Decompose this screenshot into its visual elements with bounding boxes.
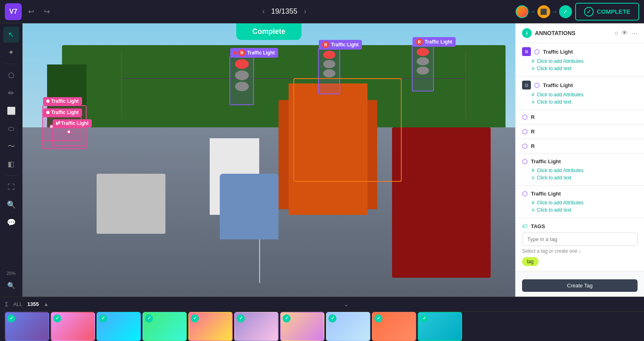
tl2-red	[323, 51, 336, 59]
expand-strip-button[interactable]: ⌄	[344, 301, 349, 308]
comment-tool[interactable]: 💬	[3, 214, 19, 231]
orange-box[interactable]	[293, 78, 402, 182]
total-count: 1355	[27, 301, 39, 307]
existing-tag[interactable]: tag	[522, 257, 539, 266]
auto-annotate-tool[interactable]: ✦	[3, 44, 19, 60]
complete-banner: Complete	[236, 23, 301, 40]
annotation-item-2[interactable]: ⊡ ⬡ Traffic Light # Click to add Attribu…	[516, 77, 644, 110]
annotation-item-7[interactable]: ⬡ Traffic Light # Click to add Attribute…	[516, 186, 644, 218]
annotation-class-icon-6: ⬡	[522, 158, 528, 165]
zoom-in-tool[interactable]: 🔍	[3, 277, 19, 293]
label-dot-5	[46, 111, 50, 114]
more-options-button[interactable]: ⋯	[631, 29, 638, 37]
add-text-1[interactable]: ≡ Click to add text	[522, 65, 638, 72]
annotations-label: ANNOTATIONS	[535, 30, 611, 36]
add-text-6[interactable]: ≡ Click to add text	[522, 174, 638, 181]
type-icon-2: ⊡	[522, 81, 531, 89]
thumbnail-9[interactable]: ✓	[372, 312, 416, 341]
tag-input[interactable]	[522, 233, 638, 246]
add-attributes-6[interactable]: # Click to add Attributes	[522, 167, 638, 174]
annotation-class-icon-2: ⬡	[534, 81, 540, 89]
thumb-check-5: ✓	[191, 314, 199, 322]
dot-2	[57, 121, 61, 125]
add-attributes-7[interactable]: # Click to add Attributes	[522, 199, 638, 206]
undo-button[interactable]: ↩	[25, 6, 37, 18]
thumbnail-5[interactable]: ✓	[188, 312, 233, 341]
traffic-light-box-3[interactable]: R Traffic Light	[412, 45, 434, 91]
polyline-tool[interactable]: 〜	[3, 138, 19, 154]
annotation-header-2: ⊡ ⬡ Traffic Light	[522, 81, 638, 89]
r-badge-2: R	[322, 41, 329, 48]
sort-button[interactable]: ▲	[44, 301, 49, 307]
text-label-7: Click to add text	[537, 207, 571, 213]
annotation-item-1[interactable]: ⌘ ⬡ Traffic Light # Click to add Attribu…	[516, 43, 644, 77]
annotation-name-5: R	[531, 143, 535, 149]
add-attributes-1[interactable]: # Click to add Attributes	[522, 58, 638, 65]
add-text-2[interactable]: ≡ Click to add text	[522, 98, 638, 106]
traffic-light-box-1[interactable]: R Traffic Light	[229, 56, 254, 105]
annotation-item-6[interactable]: ⬡ Traffic Light # Click to add Attribute…	[516, 154, 644, 186]
annotation-class-icon-4: ⬡	[522, 128, 528, 135]
select-tool[interactable]: ↖	[3, 27, 19, 43]
tl1-yellow	[235, 71, 249, 80]
sum-icon: Σ	[5, 301, 8, 308]
traffic-light-label-4: Traffic Light	[43, 97, 82, 105]
tl3-red	[417, 48, 429, 56]
thumbnail-1[interactable]: ✓	[5, 312, 49, 341]
right-panel: i ANNOTATIONS ○ 👁 ⋯ ⌘ ⬡ Traffic Light # …	[515, 23, 644, 297]
tool-divider-2	[5, 175, 18, 176]
brush-tool[interactable]: ✏	[3, 85, 19, 101]
thumbnail-2[interactable]: ✓	[51, 312, 95, 341]
next-image-button[interactable]: ›	[301, 6, 310, 17]
zoom-level-label: 25%	[6, 271, 15, 276]
redo-button[interactable]: ↪	[41, 6, 53, 18]
prev-image-button[interactable]: ‹	[259, 6, 268, 17]
cuboid-tool[interactable]: ◧	[3, 156, 19, 172]
bounding-box-tool[interactable]: ⬜	[3, 103, 19, 119]
filter-all-label: ALL	[13, 301, 23, 307]
annotation-item-3[interactable]: ⬡ R	[516, 110, 644, 125]
tags-label: TAGS	[531, 223, 545, 229]
thumbnail-8[interactable]: ✓	[326, 312, 370, 341]
annotation-item-5[interactable]: ⬡ R	[516, 139, 644, 154]
right-panel-header: i ANNOTATIONS ○ 👁 ⋯	[516, 23, 644, 43]
red-car-right	[392, 127, 491, 278]
polygon-tool[interactable]: ⬠	[3, 67, 19, 83]
text-icon-2: ≡	[532, 99, 535, 105]
hide-all-button[interactable]: ○	[614, 29, 618, 37]
skeleton-tool[interactable]: ⛶	[3, 179, 19, 195]
thumbnail-7[interactable]: ✓	[280, 312, 324, 341]
visibility-toggle[interactable]: 👁	[621, 29, 628, 37]
annotation-name-4: R	[531, 129, 535, 135]
main-area: ↖ ✦ ⬠ ✏ ⬜ ⬭ 〜 ◧ ⛶ 🔍 💬 25% 🔍 Complete	[0, 23, 644, 297]
thumbnail-3[interactable]: ✓	[97, 312, 141, 341]
pipeline-step-2: ⬛	[537, 5, 550, 18]
annotation-item-4[interactable]: ⬡ R	[516, 125, 644, 139]
nav-counter: 19/1355	[271, 7, 297, 16]
thumbnail-10[interactable]: ✓	[418, 312, 462, 341]
text-icon-1: ≡	[532, 66, 535, 71]
nav-controls: ‹ 19/1355 ›	[259, 6, 310, 17]
text-icon-6: ≡	[532, 175, 535, 181]
complete-button[interactable]: ✓ COMPLETE	[575, 3, 639, 21]
add-attributes-2[interactable]: # Click to add Attributes	[522, 91, 638, 98]
attr-text-1: Click to add Attributes	[537, 58, 584, 64]
r-badge-1: R	[238, 49, 246, 56]
complete-label: COMPLETE	[597, 8, 630, 15]
pipeline-arrow-1: →	[530, 8, 536, 15]
v7-logo[interactable]: V7	[5, 3, 22, 20]
thumb-check-7: ✓	[283, 314, 291, 322]
thumbnail-6[interactable]: ✓	[234, 312, 279, 341]
label-text-1: Traffic Light	[247, 50, 275, 56]
add-text-7[interactable]: ≡ Click to add text	[522, 206, 638, 214]
tl2-green	[323, 69, 336, 77]
ellipse-tool[interactable]: ⬭	[3, 121, 19, 137]
create-tag-button[interactable]: Create Tag	[522, 279, 638, 292]
canvas-area[interactable]: Complete	[23, 23, 515, 297]
r-badge-3: R	[416, 38, 423, 46]
thumbnail-4[interactable]: ✓	[142, 312, 187, 341]
header-icons: ○ 👁 ⋯	[614, 29, 638, 37]
search-tool[interactable]: 🔍	[3, 197, 19, 213]
tl1-green	[235, 82, 249, 91]
tag-hint: Select a tag or create one ↓	[522, 248, 638, 254]
